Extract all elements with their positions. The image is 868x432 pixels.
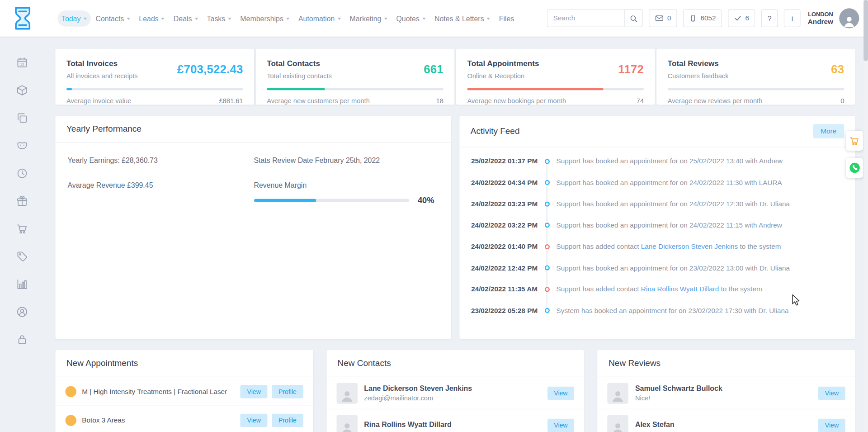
contact-link[interactable]: Lane Dickerson Steven Jenkins xyxy=(641,243,738,251)
activity-timestamp: 24/02/2022 03:23 PM xyxy=(471,200,538,208)
nav-item[interactable]: Marketing xyxy=(346,10,392,27)
nav-item-label: Deals xyxy=(174,14,192,22)
view-button[interactable]: View xyxy=(547,418,575,432)
nav-item[interactable]: Deals xyxy=(170,10,202,27)
nav-item-label: Tasks xyxy=(207,14,226,22)
copy-icon[interactable] xyxy=(15,111,29,125)
stat-footer-label: Average new bookings per month xyxy=(467,97,566,104)
nav-item[interactable]: Contacts xyxy=(92,10,134,27)
nav-item[interactable]: Automation xyxy=(294,10,344,27)
info-button[interactable]: i xyxy=(784,9,801,27)
new-reviews-title: New Reviews xyxy=(609,358,660,368)
appointment-label: M | High Intensity Treatments | Fraction… xyxy=(82,388,241,395)
timeline-marker-col xyxy=(538,180,557,185)
activity-entry: 25/02/2022 01:37 PM Support has booked a… xyxy=(471,151,844,172)
timeline-marker-col xyxy=(538,287,557,292)
stats-row: Total Invoices All invoices and receipts… xyxy=(55,49,855,105)
cart-icon[interactable] xyxy=(15,222,29,236)
navbar-right: 0 6052 6 ? i LONDON Andrew xyxy=(547,8,859,28)
history-icon[interactable] xyxy=(15,166,29,180)
view-button[interactable]: View xyxy=(241,413,268,427)
activity-entry: 24/02/2022 11:35 AM Support has added co… xyxy=(471,279,844,300)
stat-title: Total Invoices xyxy=(66,59,138,68)
app-logo[interactable] xyxy=(12,5,34,32)
nav-item-label: Today xyxy=(61,14,80,22)
tag-icon[interactable] xyxy=(15,249,29,264)
nav-item[interactable]: Tasks xyxy=(203,10,235,27)
reviewer-name: Alex Stefan xyxy=(635,420,818,428)
profile-button[interactable]: Profile xyxy=(272,385,303,398)
search-button[interactable] xyxy=(625,9,643,27)
contact-name: Lane Dickerson Steven Jenkins xyxy=(364,384,547,392)
activity-text: Support has booked an appointment for on… xyxy=(557,157,783,165)
nav-item[interactable]: Memberships xyxy=(236,10,293,27)
nav-item[interactable]: Notes & Letters xyxy=(430,10,494,27)
view-button[interactable]: View xyxy=(547,386,575,399)
cart-float-button[interactable] xyxy=(846,131,863,151)
account-icon[interactable] xyxy=(15,304,29,319)
new-appointments-title: New Appointments xyxy=(66,358,138,368)
nav-item-label: Quotes xyxy=(396,14,419,22)
scrollbar-thumb[interactable] xyxy=(863,0,868,61)
activity-text: Support has added contact Lane Dickerson… xyxy=(557,243,781,251)
activity-entry: 24/02/2022 03:23 PM Support has booked a… xyxy=(471,193,844,214)
package-icon[interactable] xyxy=(15,83,29,98)
reviews-list: Samuel Schwartz Bullock Nice! View Alex … xyxy=(598,377,855,432)
yearly-performance-title: Yearly Performance xyxy=(66,124,142,134)
search-box xyxy=(547,9,643,27)
phone-button[interactable]: 6052 xyxy=(683,9,722,27)
stat-title: Total Reviews xyxy=(668,59,729,68)
nav-item[interactable]: Leads xyxy=(135,10,169,27)
nav-item-label: Automation xyxy=(298,14,335,22)
stat-subtitle: Online & Reception xyxy=(467,72,539,80)
activity-feed-list: 25/02/2022 01:37 PM Support has booked a… xyxy=(459,147,855,321)
user-avatar[interactable] xyxy=(839,8,859,28)
search-input[interactable] xyxy=(547,9,624,27)
page-scrollbar[interactable] xyxy=(863,0,868,432)
review-comment: Nice! xyxy=(635,394,818,402)
view-button[interactable]: View xyxy=(818,386,845,399)
mask-icon[interactable] xyxy=(15,138,29,153)
timeline-dot-icon xyxy=(544,223,549,228)
stat-progress-fill xyxy=(66,88,72,90)
stat-progress-track xyxy=(467,88,644,90)
phone-icon xyxy=(689,14,697,22)
activity-text: Support has booked an appointment for on… xyxy=(557,221,782,229)
envelope-icon xyxy=(655,14,664,23)
status-dot xyxy=(65,386,76,397)
more-button[interactable]: More xyxy=(813,124,844,138)
revenue-margin-block: Revenue Margin 40% xyxy=(254,181,440,205)
mail-button[interactable]: 0 xyxy=(649,9,677,27)
calendar-icon[interactable]: 12 xyxy=(15,55,29,70)
whatsapp-float-button[interactable] xyxy=(846,158,863,178)
timeline-dot-icon xyxy=(544,308,549,313)
contacts-list: Lane Dickerson Steven Jenkins zedagi@mai… xyxy=(326,377,584,432)
nav-item[interactable]: Quotes xyxy=(392,10,429,27)
user-name: Andrew xyxy=(808,18,833,26)
nav-item-label: Leads xyxy=(139,14,158,22)
view-button[interactable]: View xyxy=(241,385,268,398)
chart-icon[interactable] xyxy=(15,277,29,291)
status-dot xyxy=(65,415,76,426)
activity-entry: 24/02/2022 03:22 PM Support has booked a… xyxy=(471,214,844,236)
nav-item[interactable]: Files xyxy=(495,10,518,27)
gift-icon[interactable] xyxy=(15,194,29,209)
lock-icon[interactable] xyxy=(15,332,29,347)
stat-value: 1172 xyxy=(618,62,644,76)
view-button[interactable]: View xyxy=(818,418,845,432)
person-icon xyxy=(842,14,856,28)
activity-text: Support has added contact Rina Rollins W… xyxy=(557,285,762,293)
profile-button[interactable]: Profile xyxy=(272,413,303,427)
stat-footer-label: Average invoice value xyxy=(66,97,131,104)
chevron-down-icon xyxy=(161,18,165,20)
whatsapp-icon xyxy=(849,162,861,174)
contact-link[interactable]: Rina Rollins Wyatt Dillard xyxy=(641,285,719,293)
chevron-down-icon xyxy=(487,18,490,20)
middle-row: Yearly Performance Yearly Earnings: £28,… xyxy=(55,116,855,339)
help-button[interactable]: ? xyxy=(761,9,778,27)
user-meta: LONDON Andrew xyxy=(808,10,833,26)
nav-item[interactable]: Today xyxy=(57,10,90,27)
mail-count: 0 xyxy=(667,14,671,22)
tasks-button[interactable]: 6 xyxy=(728,9,755,27)
chevron-down-icon xyxy=(228,18,231,20)
